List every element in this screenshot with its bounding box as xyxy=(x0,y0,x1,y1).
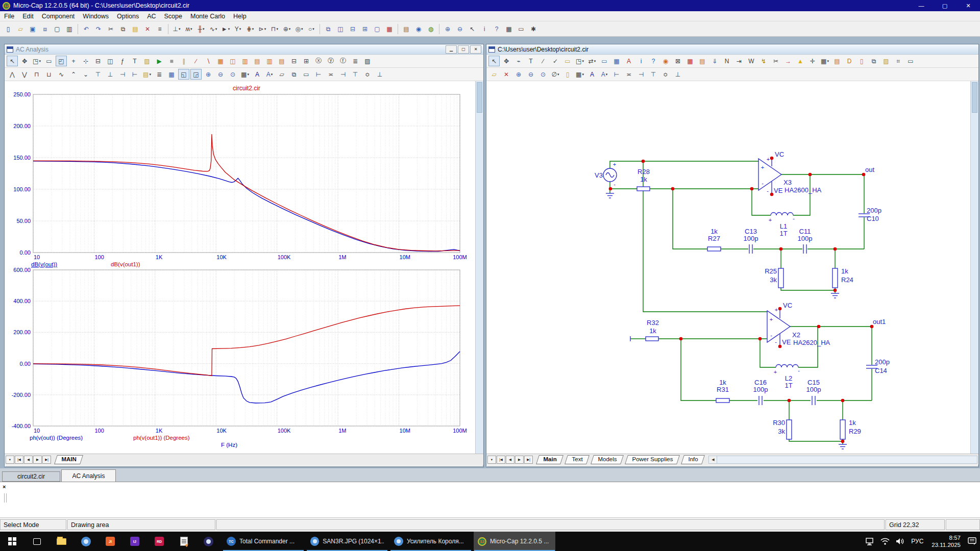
cascade-windows-button[interactable]: ⧉ xyxy=(323,23,334,34)
global-high-button[interactable]: ⌃ xyxy=(68,69,79,80)
condition-display-button[interactable]: ✂ xyxy=(770,56,781,66)
tile-horizontal-button[interactable]: ⊟ xyxy=(347,23,358,34)
ac-nav-next-button[interactable]: ▶ xyxy=(33,456,42,464)
paste-button[interactable]: ▤ xyxy=(130,23,141,34)
valley-button[interactable]: ⋁ xyxy=(19,69,30,80)
grid-spacing-button[interactable]: ▦▾ xyxy=(574,69,585,80)
copy-to-clipboard-button[interactable]: ⧉ xyxy=(868,56,879,66)
vertical-tag-button[interactable]: ◫ xyxy=(105,56,116,66)
delete-page-button[interactable]: ▭ xyxy=(301,69,312,80)
formula-text-button[interactable]: ƒ xyxy=(117,56,128,66)
pulse-source-component-button[interactable]: ⊓▾ xyxy=(269,23,280,34)
clipboard-button[interactable]: ▤▾ xyxy=(141,69,153,80)
calculator-button[interactable]: ▦ xyxy=(384,23,395,34)
point-to-end-paths-button[interactable]: ◉ xyxy=(660,56,671,66)
go-to-branch-button[interactable]: ≣ xyxy=(350,56,361,66)
pin-connections-button[interactable]: → xyxy=(782,56,794,66)
text-mode-button[interactable]: T xyxy=(525,56,536,66)
align-middle-button[interactable]: ≎ xyxy=(660,69,671,80)
sheet-tab-text[interactable]: Text xyxy=(565,455,590,464)
font-color-button[interactable]: A▾ xyxy=(599,69,610,80)
pan-button[interactable]: ✥ xyxy=(19,56,30,66)
align-bottom-button[interactable]: ⊥ xyxy=(672,69,683,80)
copy-page-button[interactable]: ⧉ xyxy=(288,69,300,80)
file-explorer[interactable] xyxy=(49,532,74,551)
grid-toggle-button[interactable]: ▦ xyxy=(503,23,514,34)
font-color-button[interactable]: A▾ xyxy=(264,69,275,80)
right-edge-button[interactable]: ⊢ xyxy=(129,69,140,80)
micro-cap-taskbar-button[interactable]: 12Micro-Cap 12.2.0.5 ... xyxy=(474,532,555,551)
capacitor-component-button[interactable]: ╫▾ xyxy=(195,23,207,34)
model-editor-button[interactable]: ▦ xyxy=(684,56,696,66)
ac-nav-dropdown-button[interactable]: ▾ xyxy=(6,456,14,464)
normal-plot-button[interactable]: ▥ xyxy=(239,56,251,66)
current-source-component-button[interactable]: ○▾ xyxy=(306,23,317,34)
menu-options[interactable]: Options xyxy=(113,12,143,20)
go-to-x-button[interactable]: ⓧ xyxy=(313,56,324,66)
document-tab-circuit2-cir[interactable]: circuit2.cir xyxy=(2,471,60,482)
data-points-button[interactable]: ▦ xyxy=(215,56,226,66)
line-mode-button[interactable]: ∕ xyxy=(537,56,549,66)
page-properties-button[interactable]: ▯ xyxy=(562,69,573,80)
remove-plot-button[interactable]: ⊟ xyxy=(288,56,300,66)
node-voltages-button[interactable]: ⇥ xyxy=(733,56,745,66)
ac-nav-first-button[interactable]: |◀ xyxy=(15,456,23,464)
info-mode-button[interactable]: i xyxy=(635,56,647,66)
print-button[interactable]: ▥ xyxy=(64,23,75,34)
cut-button[interactable]: ✂ xyxy=(105,23,116,34)
jetbrains-rider[interactable]: RD xyxy=(147,532,172,551)
page-display-button[interactable]: ▯ xyxy=(856,56,867,66)
zoom-area-button[interactable]: ⊙ xyxy=(227,69,238,80)
ac-close-button[interactable]: ✕ xyxy=(470,45,481,54)
ac-nav-prev-button[interactable]: ◀ xyxy=(24,456,33,464)
split-window-button[interactable]: ⊞ xyxy=(359,23,371,34)
peak-button[interactable]: ⋀ xyxy=(7,69,18,80)
text-tool-button[interactable]: T xyxy=(129,56,140,66)
menu-edit[interactable]: Edit xyxy=(18,12,38,20)
ac-minimize-button[interactable]: ▁ xyxy=(446,45,457,54)
help-mode-button[interactable]: ? xyxy=(648,56,659,66)
inductor-component-button[interactable]: ∿▾ xyxy=(208,23,219,34)
ac-maximize-button[interactable]: ▢ xyxy=(458,45,469,54)
no-autoscale-button[interactable]: ∅▾ xyxy=(550,69,561,80)
scale-mode-button[interactable]: ◰ xyxy=(56,56,67,66)
find-button[interactable]: ≡ xyxy=(154,23,165,34)
select-button[interactable]: ↖ xyxy=(488,56,500,66)
battery-component-button[interactable]: ◎▾ xyxy=(293,23,305,34)
sheet-tab-info[interactable]: Info xyxy=(681,455,705,464)
tile-vertical-button[interactable]: ◫ xyxy=(335,23,346,34)
sch-nav-last-button[interactable]: ▶| xyxy=(524,456,533,464)
image-tool-button[interactable]: ▭ xyxy=(599,56,610,66)
point-tag-button[interactable]: ⊹ xyxy=(80,56,91,66)
ac-tab-main[interactable]: MAIN xyxy=(54,455,83,464)
new-file-button[interactable]: ▯ xyxy=(3,23,14,34)
delete-button[interactable]: ✕ xyxy=(142,23,153,34)
pause-button[interactable]: ∥ xyxy=(178,56,189,66)
delete-page-button[interactable]: ✕ xyxy=(501,69,512,80)
region-enable-button[interactable]: ⊠ xyxy=(672,56,683,66)
cursor-mode-button[interactable]: + xyxy=(68,56,79,66)
add-plot-button[interactable]: ⊞ xyxy=(301,56,312,66)
maximize-button[interactable]: ▢ xyxy=(933,0,957,11)
copy-button[interactable]: ⧉ xyxy=(117,23,129,34)
menu-windows[interactable]: Windows xyxy=(79,12,113,20)
check-mode-button[interactable]: ✓ xyxy=(550,56,561,66)
opamp-component-button[interactable]: ⊳▾ xyxy=(257,23,268,34)
cross-hair-button[interactable]: ✛ xyxy=(807,56,818,66)
inflection-button[interactable]: ∿ xyxy=(56,69,67,80)
total-commander-taskbar-button[interactable]: TCTotal Commander ... xyxy=(223,532,304,551)
positive-slope-button[interactable]: ∕ xyxy=(190,56,202,66)
menu-component[interactable]: Component xyxy=(38,12,79,20)
ac-plot-svg[interactable]: 250.00200.00150.00100.0050.000.00101001K… xyxy=(5,81,473,454)
preferences-button[interactable]: ✱ xyxy=(528,23,539,34)
overlay-plots-button[interactable]: ▤ xyxy=(276,56,287,66)
zoom-in-button[interactable]: ⊕ xyxy=(442,23,453,34)
pan-button[interactable]: ✥ xyxy=(501,56,512,66)
bottom-edge-button[interactable]: ⊥ xyxy=(105,69,116,80)
web-help-button[interactable]: ◍ xyxy=(425,23,436,34)
save-as-button[interactable]: ⧈ xyxy=(39,23,51,34)
mosfet-component-button[interactable]: ⋕▾ xyxy=(244,23,256,34)
align-left-button[interactable]: ⊢ xyxy=(611,69,622,80)
zoom-in-button[interactable]: ⊕ xyxy=(203,69,214,80)
global-low-button[interactable]: ⌄ xyxy=(80,69,91,80)
